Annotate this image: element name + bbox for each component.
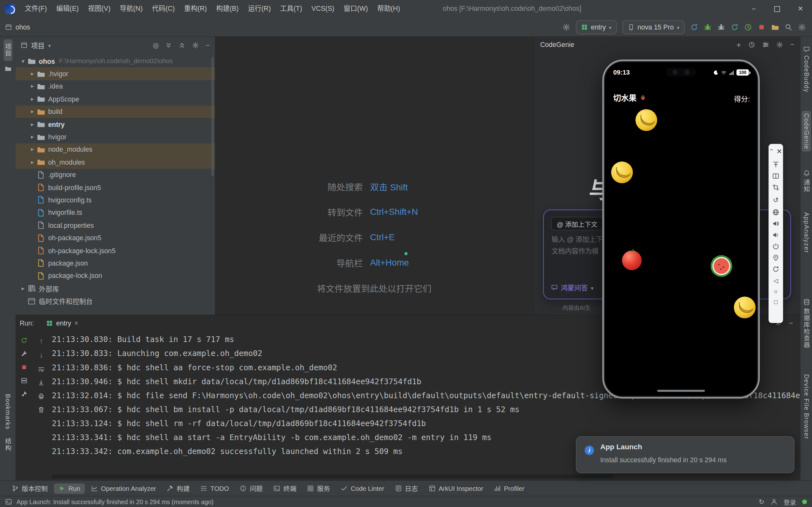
- tree-item-package.json[interactable]: package.json: [15, 257, 215, 270]
- device-settings-icon[interactable]: [562, 23, 570, 31]
- collapse-all-icon[interactable]: [179, 42, 186, 48]
- tool-tab-commit[interactable]: [4, 61, 11, 76]
- tool-tab-appanalyzer[interactable]: AppAnalyzer: [802, 210, 811, 256]
- menu-item-5[interactable]: 重构(R): [179, 5, 211, 12]
- volume-up-icon[interactable]: [772, 220, 779, 227]
- volume-down-icon[interactable]: [772, 231, 779, 239]
- menu-item-11[interactable]: 帮助(H): [373, 5, 405, 12]
- menu-item-6[interactable]: 构建(B): [211, 5, 243, 12]
- print-icon[interactable]: [38, 393, 45, 399]
- chevron-collapsed-icon[interactable]: [28, 121, 37, 127]
- banana-fruit[interactable]: [635, 109, 658, 132]
- chevron-collapsed-icon[interactable]: [28, 96, 37, 103]
- banana-fruit[interactable]: [611, 161, 634, 184]
- tool-tab-project[interactable]: 项目: [3, 39, 12, 61]
- panel-settings-icon[interactable]: [193, 42, 199, 48]
- tree-item-AppScope[interactable]: AppScope: [15, 93, 215, 105]
- tool-tab-operation-analyzer[interactable]: Operation Analyzer: [86, 483, 161, 494]
- expand-all-icon[interactable]: [165, 42, 172, 48]
- pin-top-icon[interactable]: [772, 161, 779, 168]
- settings-gear-icon[interactable]: [798, 23, 806, 31]
- pin-icon[interactable]: [21, 391, 27, 398]
- tool-tab-arkui-inspector[interactable]: ArkUI Inspector: [424, 483, 488, 494]
- arrow-up-icon[interactable]: [39, 337, 43, 345]
- screenshot-crop-icon[interactable]: [772, 184, 779, 191]
- sync-device-icon[interactable]: [772, 266, 779, 273]
- hide-panel-icon[interactable]: [790, 40, 794, 49]
- project-widget[interactable]: ohos: [5, 23, 30, 31]
- add-context-chip[interactable]: @ 添加上下文: [551, 217, 603, 230]
- console-line-6[interactable]: 21:13:33.124: $ hdc shell rm -rf data/lo…: [52, 416, 800, 431]
- run-config-dropdown[interactable]: entry: [576, 20, 617, 34]
- tool-tab-todo[interactable]: TODO: [196, 483, 234, 494]
- tool-tab-bookmarks[interactable]: Bookmarks: [4, 390, 11, 434]
- minimize-icon[interactable]: [770, 147, 773, 157]
- arrow-down-icon[interactable]: [39, 351, 43, 359]
- gear-icon[interactable]: [776, 41, 783, 48]
- tool-tab-终端[interactable]: 终端: [269, 482, 301, 495]
- fold-screen-icon[interactable]: [772, 172, 779, 180]
- tool-tab-code-linter[interactable]: Code Linter: [336, 483, 389, 494]
- banana-fruit[interactable]: [733, 296, 756, 319]
- apple-fruit[interactable]: [620, 248, 643, 271]
- phone-screen[interactable]: 09:13 100 切水果 得分:: [605, 62, 757, 396]
- chevron-collapsed-icon[interactable]: [28, 159, 37, 166]
- open-folder-icon[interactable]: [771, 23, 779, 31]
- chevron-collapsed-icon[interactable]: [19, 285, 28, 292]
- tree-item-node_modules[interactable]: node_modules: [15, 143, 215, 156]
- tree-item-.idea[interactable]: .idea: [15, 80, 215, 93]
- menu-item-2[interactable]: 视图(V): [84, 5, 115, 12]
- search-everywhere-icon[interactable]: [785, 23, 792, 31]
- tool-tab-构建[interactable]: 构建: [162, 482, 194, 495]
- history-icon[interactable]: [748, 41, 755, 48]
- locate-file-icon[interactable]: [153, 41, 159, 49]
- menu-item-1[interactable]: 编辑(E): [52, 5, 84, 12]
- chevron-down-icon[interactable]: [48, 41, 51, 49]
- close-icon[interactable]: [777, 147, 782, 157]
- chevron-collapsed-icon[interactable]: [28, 146, 37, 153]
- tree-item-.gitignore[interactable]: .gitignore: [15, 168, 215, 181]
- rerun-button-icon[interactable]: [691, 23, 698, 31]
- tree-item-entry[interactable]: entry: [15, 118, 215, 131]
- attach-debugger-icon[interactable]: [717, 23, 725, 31]
- profiler-button-icon[interactable]: [744, 23, 752, 31]
- nav-home-icon[interactable]: [774, 288, 777, 295]
- tree-item-oh_modules[interactable]: oh_modules: [15, 156, 215, 168]
- chevron-collapsed-icon[interactable]: [28, 108, 37, 115]
- tree-item-oh-package.json5[interactable]: oh-package.json5: [15, 232, 215, 244]
- scroll-to-end-icon[interactable]: [38, 380, 45, 386]
- minimize-button[interactable]: [742, 0, 765, 17]
- wrench-icon[interactable]: [21, 351, 27, 357]
- close-button[interactable]: [789, 0, 812, 17]
- location-icon[interactable]: [772, 254, 779, 262]
- tree-item-hvigor[interactable]: hvigor: [15, 131, 215, 144]
- tree-item-build-profile.json5[interactable]: build-profile.json5: [15, 181, 215, 194]
- tool-tab-codebuddy[interactable]: CodeBuddy: [802, 44, 811, 95]
- nav-recents-icon[interactable]: [774, 298, 777, 305]
- tool-tab-版本控制[interactable]: 版本控制: [7, 482, 52, 495]
- tool-tab-run[interactable]: Run: [54, 483, 85, 494]
- console-horizontal-scrollbar[interactable]: [52, 474, 613, 478]
- project-panel-title[interactable]: 项目: [31, 40, 45, 50]
- split-view-icon[interactable]: [21, 377, 27, 384]
- clear-console-icon[interactable]: [38, 406, 45, 413]
- rotate-icon[interactable]: [773, 195, 779, 204]
- tool-tab-通知[interactable]: 通知: [801, 168, 812, 195]
- nav-back-icon[interactable]: [773, 277, 778, 284]
- menu-item-3[interactable]: 导航(N): [115, 5, 147, 12]
- watermelon-fruit[interactable]: [710, 255, 733, 278]
- tool-tab-structure[interactable]: 结构: [3, 434, 12, 456]
- menu-item-10[interactable]: 窗口(W): [339, 5, 373, 12]
- run-tab-entry[interactable]: entry: [42, 318, 82, 329]
- power-icon[interactable]: [772, 243, 779, 250]
- language-globe-icon[interactable]: [772, 209, 779, 216]
- stop-icon[interactable]: [21, 364, 27, 371]
- menu-item-4[interactable]: 代码(C): [147, 5, 179, 12]
- tool-tab-日志[interactable]: 日志: [390, 482, 423, 495]
- rerun-icon[interactable]: [21, 337, 27, 344]
- project-tree-scrollbar[interactable]: [211, 57, 214, 176]
- tree-item-hvigorconfig.ts[interactable]: hvigorconfig.ts: [15, 194, 215, 207]
- sliders-icon[interactable]: [762, 41, 769, 48]
- tree-item-build[interactable]: build: [15, 105, 215, 118]
- tool-tab-profiler[interactable]: Profiler: [489, 483, 529, 494]
